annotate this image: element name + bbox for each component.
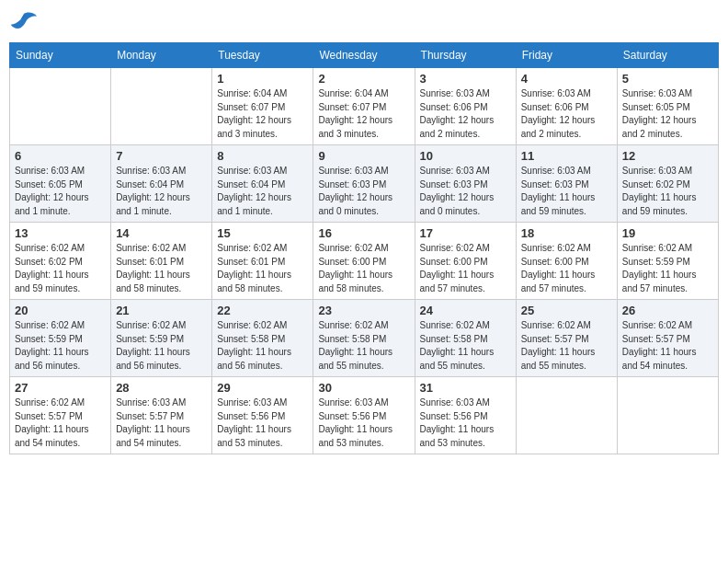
calendar-cell: 7Sunrise: 6:03 AM Sunset: 6:04 PM Daylig… bbox=[111, 145, 212, 223]
day-info: Sunrise: 6:02 AM Sunset: 6:00 PM Dayligh… bbox=[420, 242, 511, 295]
logo bbox=[9, 9, 42, 35]
day-number: 18 bbox=[521, 226, 612, 240]
page-header bbox=[9, 9, 719, 35]
day-info: Sunrise: 6:02 AM Sunset: 6:01 PM Dayligh… bbox=[116, 242, 207, 295]
calendar-cell: 20Sunrise: 6:02 AM Sunset: 5:59 PM Dayli… bbox=[10, 300, 111, 377]
calendar-cell: 17Sunrise: 6:02 AM Sunset: 6:00 PM Dayli… bbox=[415, 223, 516, 300]
day-header-saturday: Saturday bbox=[617, 43, 718, 68]
day-info: Sunrise: 6:02 AM Sunset: 5:58 PM Dayligh… bbox=[318, 319, 409, 373]
day-number: 8 bbox=[217, 149, 308, 163]
day-info: Sunrise: 6:04 AM Sunset: 6:07 PM Dayligh… bbox=[217, 87, 308, 141]
day-number: 25 bbox=[521, 304, 612, 317]
calendar-week-2: 6Sunrise: 6:03 AM Sunset: 6:05 PM Daylig… bbox=[10, 145, 719, 223]
day-info: Sunrise: 6:02 AM Sunset: 5:57 PM Dayligh… bbox=[15, 396, 106, 450]
calendar-week-5: 27Sunrise: 6:02 AM Sunset: 5:57 PM Dayli… bbox=[10, 377, 719, 454]
day-number: 11 bbox=[521, 149, 612, 163]
logo-icon bbox=[9, 9, 39, 35]
day-info: Sunrise: 6:03 AM Sunset: 6:06 PM Dayligh… bbox=[521, 87, 612, 141]
calendar-cell: 29Sunrise: 6:03 AM Sunset: 5:56 PM Dayli… bbox=[212, 377, 313, 454]
day-number: 29 bbox=[217, 381, 308, 395]
day-number: 26 bbox=[622, 304, 713, 317]
calendar-cell: 26Sunrise: 6:02 AM Sunset: 5:57 PM Dayli… bbox=[617, 300, 718, 377]
day-header-monday: Monday bbox=[111, 43, 212, 68]
day-info: Sunrise: 6:03 AM Sunset: 6:02 PM Dayligh… bbox=[622, 165, 713, 218]
calendar-cell: 22Sunrise: 6:02 AM Sunset: 5:58 PM Dayli… bbox=[212, 300, 313, 377]
day-info: Sunrise: 6:03 AM Sunset: 5:56 PM Dayligh… bbox=[318, 396, 409, 450]
day-number: 14 bbox=[116, 226, 207, 240]
calendar-week-1: 1Sunrise: 6:04 AM Sunset: 6:07 PM Daylig… bbox=[10, 68, 719, 145]
day-number: 9 bbox=[318, 149, 409, 163]
calendar-cell: 1Sunrise: 6:04 AM Sunset: 6:07 PM Daylig… bbox=[212, 68, 313, 145]
day-number: 3 bbox=[420, 72, 511, 86]
day-info: Sunrise: 6:02 AM Sunset: 5:57 PM Dayligh… bbox=[622, 319, 713, 373]
calendar-cell: 16Sunrise: 6:02 AM Sunset: 6:00 PM Dayli… bbox=[313, 223, 415, 300]
day-header-thursday: Thursday bbox=[415, 43, 516, 68]
calendar-cell bbox=[111, 68, 212, 145]
day-number: 23 bbox=[318, 304, 409, 317]
day-number: 10 bbox=[420, 149, 511, 163]
calendar-cell: 6Sunrise: 6:03 AM Sunset: 6:05 PM Daylig… bbox=[10, 145, 111, 223]
calendar-cell: 31Sunrise: 6:03 AM Sunset: 5:56 PM Dayli… bbox=[415, 377, 516, 454]
day-number: 21 bbox=[116, 304, 207, 317]
day-info: Sunrise: 6:03 AM Sunset: 6:03 PM Dayligh… bbox=[318, 165, 409, 218]
day-number: 2 bbox=[318, 72, 409, 86]
day-info: Sunrise: 6:02 AM Sunset: 5:59 PM Dayligh… bbox=[15, 319, 106, 373]
day-number: 13 bbox=[15, 226, 106, 240]
calendar-cell: 14Sunrise: 6:02 AM Sunset: 6:01 PM Dayli… bbox=[111, 223, 212, 300]
day-number: 31 bbox=[420, 381, 511, 395]
day-number: 28 bbox=[116, 381, 207, 395]
day-info: Sunrise: 6:03 AM Sunset: 6:03 PM Dayligh… bbox=[420, 165, 511, 218]
day-number: 12 bbox=[622, 149, 713, 163]
day-number: 27 bbox=[15, 381, 106, 395]
day-header-wednesday: Wednesday bbox=[313, 43, 415, 68]
day-number: 16 bbox=[318, 226, 409, 240]
day-info: Sunrise: 6:02 AM Sunset: 5:59 PM Dayligh… bbox=[116, 319, 207, 373]
calendar-cell: 4Sunrise: 6:03 AM Sunset: 6:06 PM Daylig… bbox=[516, 68, 617, 145]
day-number: 22 bbox=[217, 304, 308, 317]
day-info: Sunrise: 6:03 AM Sunset: 5:57 PM Dayligh… bbox=[116, 396, 207, 450]
calendar-week-3: 13Sunrise: 6:02 AM Sunset: 6:02 PM Dayli… bbox=[10, 223, 719, 300]
day-info: Sunrise: 6:03 AM Sunset: 6:05 PM Dayligh… bbox=[15, 165, 106, 218]
calendar-week-4: 20Sunrise: 6:02 AM Sunset: 5:59 PM Dayli… bbox=[10, 300, 719, 377]
calendar-cell bbox=[10, 68, 111, 145]
day-info: Sunrise: 6:02 AM Sunset: 5:59 PM Dayligh… bbox=[622, 242, 713, 295]
day-number: 6 bbox=[15, 149, 106, 163]
calendar-cell: 25Sunrise: 6:02 AM Sunset: 5:57 PM Dayli… bbox=[516, 300, 617, 377]
day-number: 30 bbox=[318, 381, 409, 395]
day-info: Sunrise: 6:02 AM Sunset: 6:00 PM Dayligh… bbox=[521, 242, 612, 295]
calendar-header-row: SundayMondayTuesdayWednesdayThursdayFrid… bbox=[10, 43, 719, 68]
calendar-cell bbox=[516, 377, 617, 454]
day-number: 17 bbox=[420, 226, 511, 240]
day-number: 7 bbox=[116, 149, 207, 163]
day-info: Sunrise: 6:03 AM Sunset: 6:05 PM Dayligh… bbox=[622, 87, 713, 141]
calendar-cell: 15Sunrise: 6:02 AM Sunset: 6:01 PM Dayli… bbox=[212, 223, 313, 300]
day-info: Sunrise: 6:03 AM Sunset: 6:03 PM Dayligh… bbox=[521, 165, 612, 218]
day-info: Sunrise: 6:02 AM Sunset: 5:57 PM Dayligh… bbox=[521, 319, 612, 373]
calendar-cell: 28Sunrise: 6:03 AM Sunset: 5:57 PM Dayli… bbox=[111, 377, 212, 454]
day-info: Sunrise: 6:04 AM Sunset: 6:07 PM Dayligh… bbox=[318, 87, 409, 141]
day-info: Sunrise: 6:02 AM Sunset: 6:00 PM Dayligh… bbox=[318, 242, 409, 295]
day-number: 1 bbox=[217, 72, 308, 86]
day-info: Sunrise: 6:03 AM Sunset: 5:56 PM Dayligh… bbox=[420, 396, 511, 450]
calendar-cell: 10Sunrise: 6:03 AM Sunset: 6:03 PM Dayli… bbox=[415, 145, 516, 223]
day-info: Sunrise: 6:03 AM Sunset: 5:56 PM Dayligh… bbox=[217, 396, 308, 450]
calendar-cell: 13Sunrise: 6:02 AM Sunset: 6:02 PM Dayli… bbox=[10, 223, 111, 300]
day-number: 20 bbox=[15, 304, 106, 317]
day-info: Sunrise: 6:03 AM Sunset: 6:06 PM Dayligh… bbox=[420, 87, 511, 141]
day-number: 15 bbox=[217, 226, 308, 240]
calendar-cell: 23Sunrise: 6:02 AM Sunset: 5:58 PM Dayli… bbox=[313, 300, 415, 377]
day-info: Sunrise: 6:02 AM Sunset: 5:58 PM Dayligh… bbox=[217, 319, 308, 373]
calendar-cell: 18Sunrise: 6:02 AM Sunset: 6:00 PM Dayli… bbox=[516, 223, 617, 300]
day-info: Sunrise: 6:02 AM Sunset: 6:02 PM Dayligh… bbox=[15, 242, 106, 295]
day-info: Sunrise: 6:02 AM Sunset: 6:01 PM Dayligh… bbox=[217, 242, 308, 295]
calendar-table: SundayMondayTuesdayWednesdayThursdayFrid… bbox=[9, 42, 719, 454]
calendar-cell: 24Sunrise: 6:02 AM Sunset: 5:58 PM Dayli… bbox=[415, 300, 516, 377]
calendar-cell: 8Sunrise: 6:03 AM Sunset: 6:04 PM Daylig… bbox=[212, 145, 313, 223]
day-number: 24 bbox=[420, 304, 511, 317]
calendar-cell: 2Sunrise: 6:04 AM Sunset: 6:07 PM Daylig… bbox=[313, 68, 415, 145]
calendar-cell: 11Sunrise: 6:03 AM Sunset: 6:03 PM Dayli… bbox=[516, 145, 617, 223]
calendar-cell: 21Sunrise: 6:02 AM Sunset: 5:59 PM Dayli… bbox=[111, 300, 212, 377]
calendar-cell: 5Sunrise: 6:03 AM Sunset: 6:05 PM Daylig… bbox=[617, 68, 718, 145]
calendar-cell: 9Sunrise: 6:03 AM Sunset: 6:03 PM Daylig… bbox=[313, 145, 415, 223]
day-info: Sunrise: 6:03 AM Sunset: 6:04 PM Dayligh… bbox=[116, 165, 207, 218]
